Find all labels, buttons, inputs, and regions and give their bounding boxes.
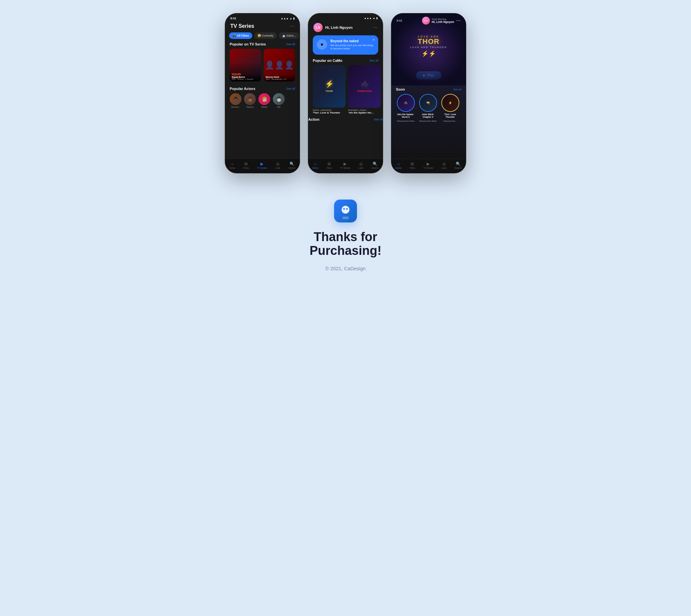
signal2-icon: ▲▲▲ <box>364 17 372 20</box>
soon-wick[interactable]: 🔫 John Wick: Chapter 4 Released this Wee… <box>418 94 438 122</box>
actor-samuel-name: Samuel L. <box>231 106 240 108</box>
filter-adventure[interactable]: 🏔️ Adve... <box>279 32 299 39</box>
actor-will-name: Will <box>277 106 280 108</box>
soon-spidey-circle: 🕷️ <box>397 94 415 112</box>
look2-icon: ◎ <box>359 161 363 166</box>
phone3-thor: 9:41 LN Good Morning Hi, Linh Nguyen ⋯ L… <box>391 13 466 173</box>
tv-icon: ▶ <box>260 161 263 166</box>
filter-comedy[interactable]: 😄 Comedy <box>254 32 277 39</box>
actor-margot-avatar: 👩🏼 <box>258 93 270 105</box>
notif-body: We are pretty sure you use this thing to… <box>330 44 374 51</box>
nav-look[interactable]: ◎ Look <box>275 161 280 169</box>
nav3-tv-label: TV Series <box>423 167 433 169</box>
soon-header: Soon See all <box>396 87 461 91</box>
actor-dwayne-avatar: 👨🏾 <box>244 93 256 105</box>
soon-thor2[interactable]: ⚡ Thor: Love Thunder Released this... <box>440 94 460 122</box>
nav-tv-series[interactable]: ▶ TV Series <box>257 161 267 169</box>
thor-card-image: ⚡ THOR <box>313 65 345 108</box>
nav3-look[interactable]: ◎ Look <box>441 161 446 169</box>
phone3-menu-dots[interactable]: ⋯ <box>456 18 461 23</box>
nav2-home[interactable]: ⌂ Home <box>312 161 318 169</box>
actor-samuel[interactable]: 👨🏿 Samuel L. <box>230 93 241 108</box>
actor-margot-name: Margot <box>261 106 268 108</box>
search3-icon: 🔍 <box>456 161 461 166</box>
actor-dwayne[interactable]: 👨🏾 Dwayne <box>244 93 256 108</box>
nav2-tv[interactable]: ▶ TV Series <box>340 161 350 169</box>
soon-movies-row: 🕷️ Into the Spider-Verse 2 Released this… <box>396 94 461 122</box>
phone3-time: 9:41 <box>396 19 403 22</box>
actors-see-all[interactable]: See all <box>286 87 295 90</box>
spiderman-popular-card[interactable]: 🕷️ SPIDER-MAN Animation • Action Into th… <box>348 65 381 114</box>
phone1-menu-dots[interactable]: ⋯ <box>290 24 295 29</box>
soon-wick-title: John Wick: Chapter 4 <box>418 113 438 119</box>
squid-game-title: Squid Game <box>232 76 259 78</box>
nav3-home[interactable]: ⌂ Home <box>395 161 402 169</box>
phone2-status-icons: ▲▲▲ ▲ ▮ <box>364 17 377 20</box>
phone3-username: Hi, Linh Nguyen <box>432 20 454 24</box>
nav3-search[interactable]: 🔍 Search <box>454 161 462 169</box>
soon-wick-circle: 🔫 <box>419 94 437 112</box>
nav2-tv-label: TV Series <box>340 167 350 169</box>
thor-popular-card[interactable]: ⚡ THOR Action • Adventure Thor: Love & T… <box>313 65 345 114</box>
tv2-icon: ▶ <box>344 161 346 166</box>
actors-row: 👨🏿 Samuel L. 👨🏾 Dwayne 👩🏼 Margot 👨🏻 Will <box>225 93 300 108</box>
notif-close-icon[interactable]: ✕ <box>372 38 375 42</box>
popular-tv-see-all[interactable]: See all <box>286 43 295 46</box>
nav-films[interactable]: ⊞ Films <box>243 161 249 169</box>
thor-genre: Action • Adventure <box>313 109 345 111</box>
phone2-header: LN Hi, Linh Nguyen ⋯ <box>308 21 383 35</box>
soon-spidey[interactable]: 🕷️ Into the Spider-Verse 2 Released this… <box>396 94 415 122</box>
nav3-look-label: Look <box>441 167 446 169</box>
phone2-menu-dots[interactable]: ⋯ <box>373 25 377 30</box>
action-title: Action <box>308 117 319 122</box>
phone3-bottom-nav: ⌂ Home ⊞ Films ▶ TV Series ◎ Look 🔍 Sear… <box>391 159 466 173</box>
nav3-home-label: Home <box>395 167 402 169</box>
popular-camo-see-all[interactable]: See all <box>369 59 378 62</box>
popular-camo-header: Popular on CaMo See all <box>308 59 383 65</box>
nav2-search[interactable]: 🔍 Search <box>371 161 379 169</box>
nav2-look[interactable]: ◎ Look <box>358 161 363 169</box>
nav-search-label: Search <box>288 167 296 169</box>
actor-margot[interactable]: 👩🏼 Margot <box>258 93 270 108</box>
phone3-greeting: Good Morning <box>432 18 454 20</box>
signal-icon: ▲▲▲ <box>281 17 288 20</box>
nav3-tv[interactable]: ▶ TV Series <box>423 161 433 169</box>
phone1-time: 9:41 <box>230 17 236 20</box>
actor-will-avatar: 👨🏻 <box>273 93 285 105</box>
app-logo <box>334 200 357 222</box>
phones-section: 9:41 ▲▲▲ ▲ ▮ TV Series ⋯ 🎬 All Films 😄 C… <box>225 13 466 173</box>
nav3-films[interactable]: ⊞ Films <box>410 161 415 169</box>
actor-will[interactable]: 👨🏻 Will <box>273 93 285 108</box>
nav2-films[interactable]: ⊞ Films <box>326 161 332 169</box>
popular-actors-header: Popular Actors See all <box>225 87 300 93</box>
battery2-icon: ▮ <box>376 17 377 20</box>
nav-home-label: Home <box>229 167 235 169</box>
soon-thor2-title: Thor: Love Thunder <box>440 113 460 119</box>
phone1-filter-tabs: 🎬 All Films 😄 Comedy 🏔️ Adve... <box>225 32 300 42</box>
phone3-greeting-block: Good Morning Hi, Linh Nguyen <box>432 18 454 24</box>
soon-see-all[interactable]: See all <box>453 88 461 91</box>
action-see-all[interactable]: See all <box>374 118 383 121</box>
actor-dwayne-name: Dwayne <box>246 106 254 108</box>
notification-card[interactable]: ♥ Beyond the naked We are pretty sure yo… <box>313 35 378 54</box>
phone2-home: ▲▲▲ ▲ ▮ LN Hi, Linh Nguyen ⋯ ♥ Beyond th… <box>308 13 383 173</box>
films3-icon: ⊞ <box>411 161 414 166</box>
squid-game-card[interactable]: SQUIDGAME Squid Game 2021 · Drama · 1 Se… <box>230 49 261 82</box>
search-icon: 🔍 <box>289 161 295 166</box>
spiderman-genre: Animation • Action <box>348 109 381 111</box>
phone2-status-bar: ▲▲▲ ▲ ▮ <box>308 14 383 21</box>
soon-spidey-release: Released this Week <box>397 120 414 122</box>
soon-thor2-release: Released this... <box>443 120 457 122</box>
look3-icon: ◎ <box>442 161 446 166</box>
nav-home[interactable]: ⌂ Home <box>229 161 235 169</box>
filter-all-films[interactable]: 🎬 All Films <box>229 32 252 39</box>
soon-thor2-circle: ⚡ <box>441 94 459 112</box>
thor-card-title: Thor: Love & Thunder <box>313 111 345 114</box>
wifi-icon: ▲ <box>289 17 292 20</box>
soon-title: Soon <box>396 87 405 91</box>
thor-subtitle: LOVE AND THUNDER <box>410 46 447 49</box>
wifi2-icon: ▲ <box>373 17 375 20</box>
money-heist-card[interactable]: 👤👤👤 Money Heist 2017 · Sensational · 5 S <box>264 49 295 82</box>
thanks-line2: Purchasing! <box>309 244 382 258</box>
nav-search[interactable]: 🔍 Search <box>288 161 296 169</box>
